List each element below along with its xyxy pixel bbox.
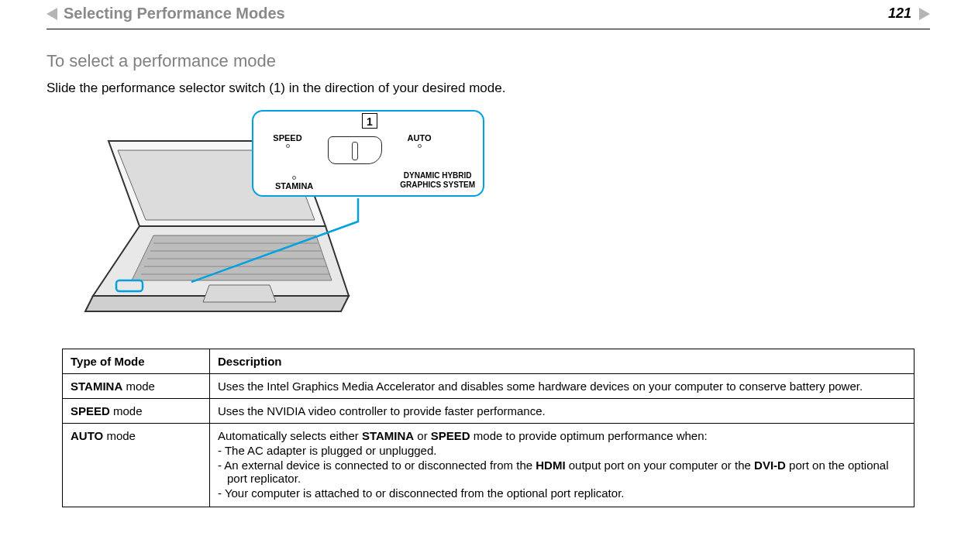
callout-leader-line (315, 198, 447, 283)
list-item: - Your computer is attached to or discon… (218, 486, 906, 500)
table-header-type: Type of Mode (63, 349, 210, 374)
list-item: - The AC adapter is plugged or unplugged… (218, 444, 906, 457)
list-item: - An external device is connected to or … (218, 459, 906, 485)
mode-name-cell: SPEED mode (63, 399, 210, 424)
table-header-row: Type of Mode Description (63, 349, 914, 374)
mode-description-cell: Uses the NVIDIA video controller to prov… (210, 399, 914, 424)
table-row: SPEED mode Uses the NVIDIA video control… (63, 399, 914, 424)
breadcrumb: Selecting Performance Modes (64, 5, 888, 22)
page: Selecting Performance Modes 121 To selec… (0, 0, 961, 531)
mode-label-speed: SPEED (264, 133, 311, 148)
table-row: STAMINA mode Uses the Intel Graphics Med… (63, 374, 914, 399)
mode-label-auto: AUTO (396, 133, 443, 148)
performance-selector-switch-icon (328, 136, 382, 164)
section-intro: Slide the performance selector switch (1… (46, 81, 930, 96)
table-header-description: Description (210, 349, 914, 374)
page-header: Selecting Performance Modes 121 (46, 0, 930, 29)
next-arrow-icon[interactable] (919, 8, 930, 20)
figure: 1 SPEED AUTO STAMINA DYNAMI (62, 110, 527, 335)
performance-modes-table: Type of Mode Description STAMINA mode Us… (62, 349, 914, 507)
section-title: To select a performance mode (46, 51, 930, 71)
mode-description-cell: Uses the Intel Graphics Media Accelerato… (210, 374, 914, 399)
mode-name-cell: STAMINA mode (63, 374, 210, 399)
performance-switch-callout: 1 SPEED AUTO STAMINA DYNAMI (252, 110, 484, 197)
mode-label-stamina: STAMINA (275, 174, 313, 191)
mode-description-cell: Automatically selects either STAMINA or … (210, 424, 914, 507)
page-number: 121 (888, 5, 911, 22)
graphics-system-label: DYNAMIC HYBRID GRAPHICS SYSTEM (400, 171, 475, 189)
prev-arrow-icon[interactable] (46, 8, 57, 20)
svg-marker-10 (203, 285, 276, 302)
table-row: AUTO mode Automatically selects either S… (63, 424, 914, 507)
mode-name-cell: AUTO mode (63, 424, 210, 507)
